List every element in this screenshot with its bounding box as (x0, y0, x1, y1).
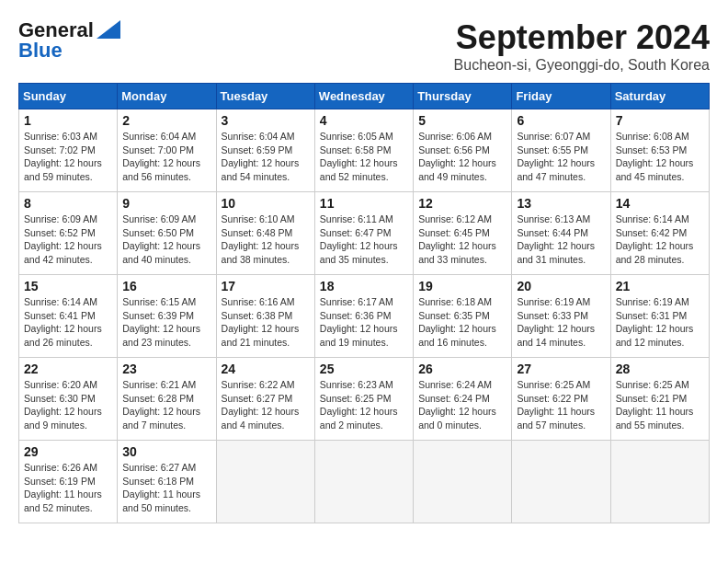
calendar-header-row: SundayMondayTuesdayWednesdayThursdayFrid… (19, 84, 710, 109)
calendar-day-14: 14Sunrise: 6:14 AMSunset: 6:42 PMDayligh… (610, 192, 709, 275)
calendar-week-row: 8Sunrise: 6:09 AMSunset: 6:52 PMDaylight… (19, 192, 710, 275)
calendar-header-friday: Friday (512, 84, 610, 109)
calendar-header-tuesday: Tuesday (216, 84, 314, 109)
calendar-day-26: 26Sunrise: 6:24 AMSunset: 6:24 PMDayligh… (414, 358, 512, 441)
logo-icon (97, 20, 120, 39)
calendar-day-empty (314, 441, 413, 523)
calendar-day-empty (216, 441, 314, 523)
calendar-day-2: 2Sunrise: 6:04 AMSunset: 7:00 PMDaylight… (118, 109, 216, 192)
calendar-day-24: 24Sunrise: 6:22 AMSunset: 6:27 PMDayligh… (216, 358, 314, 441)
calendar-header-monday: Monday (118, 84, 216, 109)
calendar-day-empty (512, 441, 610, 523)
location: Bucheon-si, Gyeonggi-do, South Korea (454, 57, 710, 74)
calendar-day-1: 1Sunrise: 6:03 AMSunset: 7:02 PMDaylight… (19, 109, 118, 192)
calendar-week-row: 1Sunrise: 6:03 AMSunset: 7:02 PMDaylight… (19, 109, 710, 192)
calendar-day-18: 18Sunrise: 6:17 AMSunset: 6:36 PMDayligh… (314, 275, 413, 358)
calendar-day-empty (414, 441, 512, 523)
calendar-day-21: 21Sunrise: 6:19 AMSunset: 6:31 PMDayligh… (610, 275, 709, 358)
calendar-day-15: 15Sunrise: 6:14 AMSunset: 6:41 PMDayligh… (19, 275, 118, 358)
calendar-day-23: 23Sunrise: 6:21 AMSunset: 6:28 PMDayligh… (118, 358, 216, 441)
title-section: September 2024 Bucheon-si, Gyeonggi-do, … (454, 18, 710, 74)
calendar-day-20: 20Sunrise: 6:19 AMSunset: 6:33 PMDayligh… (512, 275, 610, 358)
calendar-table: SundayMondayTuesdayWednesdayThursdayFrid… (18, 83, 710, 523)
calendar-day-25: 25Sunrise: 6:23 AMSunset: 6:25 PMDayligh… (314, 358, 413, 441)
calendar-day-27: 27Sunrise: 6:25 AMSunset: 6:22 PMDayligh… (512, 358, 610, 441)
calendar-day-8: 8Sunrise: 6:09 AMSunset: 6:52 PMDaylight… (19, 192, 118, 275)
month-title: September 2024 (454, 18, 710, 57)
calendar-day-5: 5Sunrise: 6:06 AMSunset: 6:56 PMDaylight… (414, 109, 512, 192)
calendar-day-12: 12Sunrise: 6:12 AMSunset: 6:45 PMDayligh… (414, 192, 512, 275)
page-header: General Blue September 2024 Bucheon-si, … (18, 18, 710, 74)
logo: General Blue (18, 18, 120, 63)
calendar-header-sunday: Sunday (19, 84, 118, 109)
calendar-day-17: 17Sunrise: 6:16 AMSunset: 6:38 PMDayligh… (216, 275, 314, 358)
calendar-header-thursday: Thursday (414, 84, 512, 109)
calendar-day-10: 10Sunrise: 6:10 AMSunset: 6:48 PMDayligh… (216, 192, 314, 275)
calendar-day-6: 6Sunrise: 6:07 AMSunset: 6:55 PMDaylight… (512, 109, 610, 192)
calendar-day-3: 3Sunrise: 6:04 AMSunset: 6:59 PMDaylight… (216, 109, 314, 192)
calendar-day-13: 13Sunrise: 6:13 AMSunset: 6:44 PMDayligh… (512, 192, 610, 275)
calendar-header-saturday: Saturday (610, 84, 709, 109)
calendar-header-wednesday: Wednesday (314, 84, 413, 109)
svg-marker-0 (97, 20, 120, 39)
calendar-day-30: 30Sunrise: 6:27 AMSunset: 6:18 PMDayligh… (118, 441, 216, 523)
logo-blue: Blue (18, 39, 63, 63)
calendar-day-11: 11Sunrise: 6:11 AMSunset: 6:47 PMDayligh… (314, 192, 413, 275)
calendar-day-7: 7Sunrise: 6:08 AMSunset: 6:53 PMDaylight… (610, 109, 709, 192)
calendar-day-9: 9Sunrise: 6:09 AMSunset: 6:50 PMDaylight… (118, 192, 216, 275)
calendar-week-row: 29Sunrise: 6:26 AMSunset: 6:19 PMDayligh… (19, 441, 710, 523)
calendar-day-empty (610, 441, 709, 523)
calendar-day-28: 28Sunrise: 6:25 AMSunset: 6:21 PMDayligh… (610, 358, 709, 441)
calendar-day-22: 22Sunrise: 6:20 AMSunset: 6:30 PMDayligh… (19, 358, 118, 441)
calendar-week-row: 15Sunrise: 6:14 AMSunset: 6:41 PMDayligh… (19, 275, 710, 358)
calendar-day-19: 19Sunrise: 6:18 AMSunset: 6:35 PMDayligh… (414, 275, 512, 358)
calendar-week-row: 22Sunrise: 6:20 AMSunset: 6:30 PMDayligh… (19, 358, 710, 441)
calendar-day-29: 29Sunrise: 6:26 AMSunset: 6:19 PMDayligh… (19, 441, 118, 523)
calendar-day-4: 4Sunrise: 6:05 AMSunset: 6:58 PMDaylight… (314, 109, 413, 192)
calendar-day-16: 16Sunrise: 6:15 AMSunset: 6:39 PMDayligh… (118, 275, 216, 358)
